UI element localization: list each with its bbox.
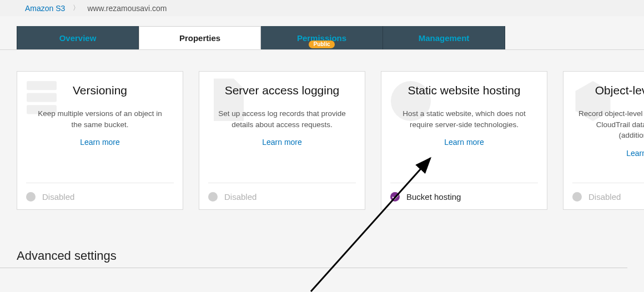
tab-label: Management xyxy=(419,33,470,43)
tab-permissions[interactable]: Permissions Public xyxy=(261,26,383,49)
learn-more-link[interactable]: Learn more xyxy=(210,138,354,147)
learn-more-link[interactable]: Learn more xyxy=(575,149,644,158)
card-object-level-logging[interactable]: Object-level logging Record object-level… xyxy=(563,71,644,210)
property-cards: Versioning Keep multiple versions of an … xyxy=(0,50,644,210)
learn-more-link[interactable]: Learn more xyxy=(28,138,172,147)
card-desc: Set up access log records that provide d… xyxy=(210,108,354,130)
status-dot-icon xyxy=(208,192,218,202)
tab-properties[interactable]: Properties xyxy=(139,26,261,49)
public-badge: Public xyxy=(309,41,334,48)
status-label: Disabled xyxy=(42,192,74,202)
card-title: Server access logging xyxy=(210,84,354,97)
status-dot-enabled-icon xyxy=(390,192,400,202)
learn-more-link[interactable]: Learn more xyxy=(393,138,536,147)
tab-label: Overview xyxy=(59,33,97,43)
breadcrumb-root[interactable]: Amazon S3 xyxy=(25,4,65,13)
chevron-right-icon: 〉 xyxy=(73,3,79,13)
advanced-settings-heading: Advanced settings xyxy=(0,210,627,268)
card-desc: Host a static website, which does not re… xyxy=(393,108,536,130)
card-versioning[interactable]: Versioning Keep multiple versions of an … xyxy=(17,71,183,210)
card-server-access-logging[interactable]: Server access logging Set up access log … xyxy=(199,71,365,210)
status-label: Disabled xyxy=(588,192,621,202)
card-desc: Record object-level API activity using t… xyxy=(575,108,644,141)
status-dot-icon xyxy=(572,192,582,202)
status-label: Disabled xyxy=(224,192,256,202)
tab-overview[interactable]: Overview xyxy=(17,26,139,49)
status-dot-icon xyxy=(26,192,36,202)
tab-label: Properties xyxy=(179,33,220,43)
card-desc: Keep multiple versions of an object in t… xyxy=(28,108,172,130)
tabs: Overview Properties Permissions Public M… xyxy=(0,26,644,50)
card-title: Object-level logging xyxy=(575,84,644,97)
breadcrumb-current: www.rezamousavi.com xyxy=(87,4,167,13)
tab-management[interactable]: Management xyxy=(383,26,505,49)
breadcrumb: Amazon S3 〉 www.rezamousavi.com xyxy=(0,0,644,16)
status-label: Bucket hosting xyxy=(406,192,461,202)
card-title: Versioning xyxy=(28,84,172,97)
card-static-website-hosting[interactable]: Static website hosting Host a static web… xyxy=(381,71,547,210)
card-title: Static website hosting xyxy=(393,84,536,97)
